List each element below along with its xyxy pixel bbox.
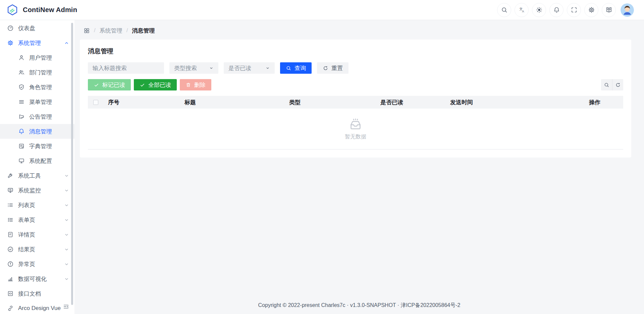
- sidebar-scrollbar[interactable]: [71, 23, 73, 305]
- select-all-checkbox[interactable]: [93, 100, 98, 105]
- wrench-icon: [7, 172, 14, 179]
- sidebar-item-label: 菜单管理: [29, 98, 69, 106]
- read-status-select[interactable]: 是否已读: [224, 62, 275, 74]
- bar-chart-icon: [7, 275, 14, 282]
- header-notifications-button[interactable]: [549, 3, 564, 17]
- sidebar-item-菜单管理[interactable]: 菜单管理: [0, 95, 74, 109]
- sidebar-item-消息管理[interactable]: 消息管理: [0, 124, 74, 139]
- user-avatar[interactable]: [621, 3, 634, 17]
- column-header-类型: 类型: [284, 99, 376, 106]
- chevron-down-icon: [209, 66, 214, 70]
- sidebar-item-label: 仪表盘: [18, 24, 69, 32]
- sidebar-item-表单页[interactable]: 表单页: [0, 212, 74, 227]
- fullscreen-icon: [571, 6, 578, 13]
- header-translate-button[interactable]: 文A: [515, 3, 529, 17]
- sidebar-item-label: 部门管理: [29, 69, 69, 76]
- sidebar-item-label: 系统配置: [29, 157, 69, 165]
- trash-icon: [185, 82, 191, 88]
- sidebar-item-数据可视化[interactable]: 数据可视化: [0, 271, 74, 286]
- sidebar-item-角色管理[interactable]: 角色管理: [0, 80, 74, 95]
- menu-icon: [18, 99, 25, 105]
- sidebar-item-label: 表单页: [18, 216, 60, 224]
- breadcrumb-separator: /: [126, 27, 128, 34]
- header-docs-button[interactable]: [602, 3, 616, 17]
- brand[interactable]: ContiNew Admin: [6, 4, 77, 16]
- chevron-down-icon: [64, 203, 69, 208]
- sidebar-item-系统工具[interactable]: 系统工具: [0, 168, 74, 183]
- sidebar-item-系统配置[interactable]: 系统配置: [0, 153, 74, 168]
- chevron-down-icon: [64, 217, 69, 223]
- table-search-button[interactable]: [601, 79, 612, 90]
- sidebar-item-系统管理[interactable]: 系统管理: [0, 36, 74, 50]
- sidebar-item-label: 系统工具: [18, 172, 60, 180]
- user-icon: [18, 54, 25, 61]
- search-icon: [501, 6, 508, 13]
- mark-read-button[interactable]: 标记已读: [88, 79, 131, 90]
- column-header-发送时间: 发送时间: [445, 99, 584, 106]
- empty-text: 暂无数据: [345, 133, 366, 140]
- sidebar-item-label: 数据可视化: [18, 275, 60, 283]
- chevron-down-icon: [64, 276, 69, 281]
- sidebar-item-接口文档[interactable]: 接口文档: [0, 286, 74, 301]
- messages-table: 序号标题类型是否已读发送时间操作 暂无数据: [88, 96, 623, 149]
- sidebar-item-label: 字典管理: [29, 142, 69, 150]
- dictionary-icon: [18, 143, 25, 149]
- column-header-是否已读: 是否已读: [376, 99, 445, 106]
- sidebar-item-label: 系统监控: [18, 187, 60, 194]
- sidebar-collapse-button[interactable]: [62, 302, 70, 311]
- app-logo-icon: [6, 4, 19, 16]
- sidebar-item-label: 详情页: [18, 231, 60, 239]
- sidebar-item-结果页[interactable]: 结果页: [0, 242, 74, 257]
- reset-button[interactable]: 重置: [317, 62, 348, 74]
- header-settings-button[interactable]: [584, 3, 598, 17]
- breadcrumb-separator: /: [94, 27, 96, 34]
- message-management-card: 消息管理 输入标题搜索 类型搜索 是否已读: [80, 40, 631, 158]
- header-theme-button[interactable]: [532, 3, 546, 17]
- action-row: 标记已读 全部已读 删除: [88, 79, 623, 90]
- delete-button[interactable]: 删除: [180, 79, 211, 90]
- app-title: ContiNew Admin: [23, 6, 77, 14]
- title-search-input[interactable]: 输入标题搜索: [88, 62, 164, 74]
- header-search-button[interactable]: [497, 3, 511, 17]
- sidebar-item-异常页[interactable]: 异常页: [0, 257, 74, 271]
- apps-grid-icon[interactable]: [84, 27, 90, 34]
- table-empty-state: 暂无数据: [88, 109, 623, 149]
- chevron-down-icon: [64, 232, 69, 237]
- table-header-row: 序号标题类型是否已读发送时间操作: [88, 96, 623, 109]
- code-icon: [7, 290, 14, 297]
- chevron-down-icon: [64, 262, 69, 267]
- shield-icon: [18, 84, 25, 90]
- column-header-操作: 操作: [584, 99, 623, 106]
- sidebar-menu: 仪表盘系统管理用户管理部门管理角色管理菜单管理公告管理消息管理字典管理系统配置系…: [0, 20, 74, 314]
- list-icon: [7, 202, 14, 208]
- sidebar-item-列表页[interactable]: 列表页: [0, 198, 74, 212]
- sidebar-item-label: 异常页: [18, 260, 60, 268]
- type-select-value: 类型搜索: [174, 64, 197, 72]
- sidebar-item-用户管理[interactable]: 用户管理: [0, 50, 74, 65]
- header-fullscreen-button[interactable]: [567, 3, 581, 17]
- sidebar-item-系统监控[interactable]: 系统监控: [0, 183, 74, 198]
- sidebar-item-label: 接口文档: [18, 290, 69, 298]
- sidebar-item-公告管理[interactable]: 公告管理: [0, 109, 74, 124]
- link-icon: [7, 305, 14, 312]
- sidebar-item-部门管理[interactable]: 部门管理: [0, 65, 74, 80]
- sidebar-item-label: 消息管理: [29, 128, 69, 135]
- chevron-down-icon: [64, 188, 69, 193]
- type-select[interactable]: 类型搜索: [169, 62, 218, 74]
- sidebar-item-仪表盘[interactable]: 仪表盘: [0, 21, 74, 36]
- translate-icon: 文A: [518, 6, 525, 13]
- bell-icon: [18, 128, 25, 135]
- top-bar: ContiNew Admin 文A: [0, 0, 644, 20]
- table-refresh-button[interactable]: [612, 79, 623, 90]
- sidebar: 仪表盘系统管理用户管理部门管理角色管理菜单管理公告管理消息管理字典管理系统配置系…: [0, 20, 74, 314]
- chevron-down-icon: [64, 173, 69, 178]
- content-area: /系统管理/消息管理 消息管理 输入标题搜索 类型搜索 是否已读: [74, 20, 644, 314]
- dashboard-icon: [7, 25, 14, 32]
- search-button[interactable]: 查询: [280, 62, 312, 74]
- breadcrumb-item-系统管理[interactable]: 系统管理: [100, 27, 122, 35]
- copyright-footer: Copyright © 2022-present Charles7c · v1.…: [74, 302, 644, 314]
- mark-all-read-button[interactable]: 全部已读: [134, 79, 177, 90]
- sidebar-item-详情页[interactable]: 详情页: [0, 227, 74, 242]
- sidebar-item-字典管理[interactable]: 字典管理: [0, 139, 74, 153]
- sidebar-item-label: 系统管理: [18, 39, 60, 47]
